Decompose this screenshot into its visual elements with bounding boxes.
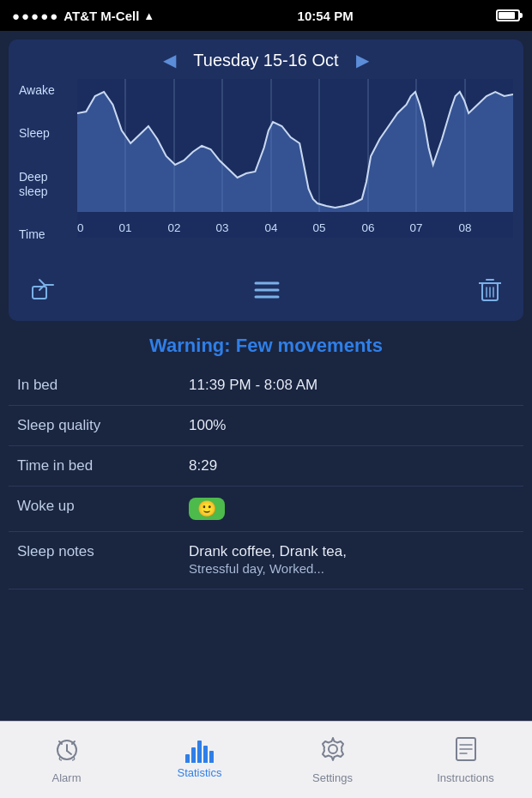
svg-text:01: 01 [118, 221, 131, 234]
status-left: ●●●●● AT&T M-Cell ▲ [12, 9, 154, 23]
tab-alarm[interactable]: Alarm [0, 722, 133, 798]
svg-text:04: 04 [265, 221, 278, 234]
signal-dots: ●●●●● [12, 9, 59, 23]
stat-row-wokeup: Woke up 🙂 [9, 487, 523, 532]
stat-label-wokeup: Woke up [17, 498, 189, 515]
svg-text:06: 06 [362, 221, 375, 234]
svg-text:00: 00 [77, 221, 83, 234]
svg-rect-18 [33, 287, 46, 299]
tab-statistics[interactable]: Statistics [133, 722, 266, 798]
tab-settings[interactable]: Settings [266, 722, 399, 798]
chart-graph: 00 01 02 03 04 05 06 07 08 [77, 79, 513, 268]
stat-row-quality: Sleep quality 100% [9, 406, 523, 446]
tab-instructions[interactable]: Instructions [399, 722, 532, 798]
carrier-label: AT&T M-Cell [63, 9, 139, 23]
stat-row-timeinbed: Time in bed 8:29 [9, 446, 523, 487]
stat-value-wokeup: 🙂 [189, 498, 515, 520]
status-bar: ●●●●● AT&T M-Cell ▲ 10:54 PM [0, 0, 532, 31]
stat-row-notes: Sleep notes Drank coffee, Drank tea,Stre… [9, 532, 523, 589]
svg-line-31 [67, 751, 71, 754]
stats-table: In bed 11:39 PM - 8:08 AM Sleep quality … [9, 366, 523, 589]
alarm-icon [54, 736, 80, 768]
sleep-label: Sleep [19, 126, 77, 141]
stat-label-inbed: In bed [17, 377, 189, 394]
wifi-icon: ▲ [143, 9, 154, 22]
svg-text:08: 08 [459, 221, 472, 234]
mood-face-badge: 🙂 [189, 498, 225, 520]
chart-controls [19, 268, 513, 311]
settings-icon [320, 736, 346, 768]
tab-statistics-label: Statistics [177, 766, 221, 779]
menu-button[interactable] [245, 276, 288, 309]
svg-text:02: 02 [168, 221, 181, 234]
stat-label-timeinbed: Time in bed [17, 457, 189, 475]
sleep-svg: 00 01 02 03 04 05 06 07 08 [77, 79, 513, 238]
chart-y-labels: Awake Sleep Deepsleep Time [19, 79, 77, 268]
share-button[interactable] [22, 275, 63, 311]
stat-value-quality: 100% [189, 417, 515, 434]
chart-prev-button[interactable]: ◀ [163, 50, 176, 70]
deep-sleep-label: Deepsleep [19, 170, 77, 199]
tab-settings-label: Settings [312, 771, 353, 784]
stat-value-inbed: 11:39 PM - 8:08 AM [189, 377, 515, 394]
tab-bar: Alarm Statistics Settings [0, 721, 532, 798]
instructions-icon [455, 736, 477, 768]
battery-icon [496, 9, 520, 21]
chart-area: Awake Sleep Deepsleep Time [19, 79, 513, 268]
chart-next-button[interactable]: ▶ [356, 50, 369, 70]
svg-text:03: 03 [215, 221, 228, 234]
time-label: Time [19, 227, 77, 242]
warning-text: Warning: Few movements [0, 321, 532, 366]
stat-value-timeinbed: 8:29 [189, 457, 515, 475]
stat-value-notes: Drank coffee, Drank tea,Stressful day, W… [189, 543, 515, 577]
chart-header: ◀ Tuesday 15-16 Oct ▶ [19, 50, 513, 70]
sleep-chart-card: ◀ Tuesday 15-16 Oct ▶ Awake Sleep Deepsl… [9, 39, 523, 321]
svg-text:07: 07 [409, 221, 422, 234]
tab-alarm-label: Alarm [52, 771, 82, 784]
status-right [496, 9, 520, 21]
stat-row-inbed: In bed 11:39 PM - 8:08 AM [9, 366, 523, 406]
delete-button[interactable] [470, 275, 510, 311]
stat-notes-overflow: Stressful day, Worked... [189, 561, 324, 576]
tab-instructions-label: Instructions [437, 771, 493, 784]
awake-label: Awake [19, 83, 77, 98]
stat-label-notes: Sleep notes [17, 543, 189, 560]
chart-title: Tuesday 15-16 Oct [193, 51, 338, 70]
svg-point-34 [329, 745, 337, 753]
time-display: 10:54 PM [298, 9, 354, 23]
stat-label-quality: Sleep quality [17, 417, 189, 434]
svg-text:05: 05 [312, 221, 325, 234]
main-content: ◀ Tuesday 15-16 Oct ▶ Awake Sleep Deepsl… [0, 39, 532, 589]
statistics-icon [185, 741, 214, 763]
